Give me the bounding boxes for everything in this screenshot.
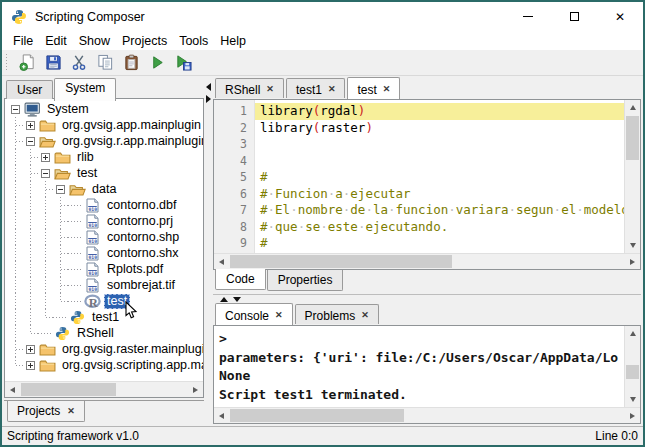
editor-code[interactable]: library(rgdal)library(raster)##·Funcion·… [255, 100, 624, 253]
collapse-left-icon[interactable] [206, 83, 211, 91]
menu-tools[interactable]: Tools [173, 32, 214, 50]
editor-hscrollbar-track[interactable] [229, 254, 625, 269]
collapse-icon[interactable] [26, 137, 35, 146]
scroll-down-button[interactable] [625, 238, 640, 253]
line-number: 3 [214, 136, 254, 153]
menu-file[interactable]: File [7, 32, 39, 50]
maximize-button[interactable] [551, 2, 597, 31]
close-button[interactable]: ✕ [597, 2, 643, 31]
editor-tab-test1[interactable]: test1✕ [286, 78, 346, 98]
tree-item-org-gvsig-app-mainplugin[interactable]: org.gvsig.app.mainplugin [5, 117, 203, 133]
scroll-up-button[interactable] [625, 326, 640, 341]
folder-closed-icon [53, 150, 71, 165]
code-line: # [260, 169, 624, 186]
expand-icon[interactable] [26, 121, 35, 130]
scroll-left-button[interactable] [5, 382, 20, 397]
run-file-button[interactable] [170, 52, 196, 74]
editor-tab-rshell[interactable]: RShell✕ [215, 78, 284, 98]
toolbar-grip[interactable] [5, 54, 9, 72]
projects-tab[interactable]: Projects ✕ [7, 401, 85, 422]
expand-icon[interactable] [26, 345, 35, 354]
collapse-icon[interactable] [56, 185, 65, 194]
tree-item-rshell[interactable]: RShell [5, 325, 203, 341]
close-tab-icon[interactable]: ✕ [266, 85, 274, 94]
tree-item-org-gvsig-raster-mainplugin[interactable]: org.gvsig.raster.mainplugin [5, 341, 203, 357]
new-script-button[interactable] [14, 52, 40, 74]
close-tab-icon[interactable]: ✕ [67, 407, 75, 416]
collapse-icon[interactable] [41, 169, 50, 178]
tree-item-test[interactable]: test [5, 165, 203, 181]
svg-text:010: 010 [88, 239, 97, 244]
run-button[interactable] [144, 52, 170, 74]
tab-system[interactable]: System [54, 78, 116, 101]
expand-icon[interactable] [26, 361, 35, 370]
scroll-up-button[interactable] [625, 100, 640, 115]
scroll-left-button[interactable] [214, 408, 229, 423]
scroll-right-button[interactable] [625, 254, 640, 269]
expand-icon[interactable] [41, 153, 50, 162]
scroll-down-button[interactable] [625, 392, 640, 407]
console-vscrollbar-track[interactable] [625, 341, 640, 392]
menu-help[interactable]: Help [214, 32, 252, 50]
menu-edit[interactable]: Edit [39, 32, 73, 50]
scroll-left-button[interactable] [214, 254, 229, 269]
console-vscrollbar[interactable] [624, 326, 640, 407]
close-tab-icon[interactable]: ✕ [361, 311, 369, 320]
editor-vscrollbar[interactable] [624, 100, 640, 253]
tree-item-label: test [74, 166, 100, 181]
menu-show[interactable]: Show [73, 32, 116, 50]
line-number: 7 [214, 202, 254, 219]
tree-item-contorno-prj[interactable]: 010contorno.prj [5, 213, 203, 229]
vertical-splitter[interactable] [204, 76, 213, 426]
minimize-button[interactable] [505, 2, 551, 31]
tree-hscrollbar[interactable] [5, 381, 203, 397]
console-vscrollbar-thumb[interactable] [626, 365, 639, 379]
paste-button[interactable] [118, 52, 144, 74]
run-icon [149, 54, 166, 71]
tab-code[interactable]: Code [215, 269, 266, 290]
scroll-right-button[interactable] [625, 408, 640, 423]
tree-item-contorno-shp[interactable]: 010contorno.shp [5, 229, 203, 245]
tree-item-org-gvsig-scripting-app-main[interactable]: org.gvsig.scripting.app.main [5, 357, 203, 373]
tab-user[interactable]: User [6, 80, 53, 99]
close-tab-icon[interactable]: ✕ [328, 85, 336, 94]
editor-hscrollbar[interactable] [214, 253, 640, 269]
collapse-icon[interactable] [11, 105, 20, 114]
tree-hscrollbar-track[interactable] [20, 382, 188, 397]
tree-item-data[interactable]: data [5, 181, 203, 197]
tree-item-system[interactable]: System [5, 101, 203, 117]
tree-item-label: org.gvsig.r.app.mainplugin [59, 134, 203, 149]
editor-vscrollbar-track[interactable] [625, 115, 640, 238]
collapse-up-icon[interactable] [220, 297, 228, 302]
console-tab-problems[interactable]: Problems✕ [295, 304, 379, 324]
collapse-down-icon[interactable] [233, 297, 241, 302]
close-tab-icon[interactable]: ✕ [275, 311, 283, 320]
editor-vscrollbar-thumb[interactable] [626, 116, 639, 160]
menu-projects[interactable]: Projects [116, 32, 173, 50]
console-tab-console[interactable]: Console✕ [215, 303, 293, 325]
tree-item-test1[interactable]: test1 [5, 309, 203, 325]
editor-tab-test[interactable]: test✕ [347, 77, 400, 99]
editor-hscrollbar-thumb[interactable] [230, 255, 452, 268]
tree-item-test[interactable]: Rtest [5, 293, 203, 309]
console-hscrollbar-track[interactable] [229, 408, 625, 423]
cut-button[interactable] [66, 52, 92, 74]
tree-item-rlib[interactable]: rlib [5, 149, 203, 165]
save-button[interactable] [40, 52, 66, 74]
copy-button[interactable] [92, 52, 118, 74]
tree-item-contorno-shx[interactable]: 010contorno.shx [5, 245, 203, 261]
tree-item-rplots-pdf[interactable]: 010Rplots.pdf [5, 261, 203, 277]
status-message: Scripting framework v1.0 [7, 429, 139, 443]
collapse-right-icon[interactable] [206, 95, 211, 103]
editor-tabs: RShell✕test1✕test✕ [213, 78, 641, 99]
tree-item-contorno-dbf[interactable]: 010contorno.dbf [5, 197, 203, 213]
console-output[interactable]: >parameters: {'uri': file:/C:/Users/Osca… [214, 326, 624, 407]
tree-item-sombrejat-tif[interactable]: 010sombrejat.tif [5, 277, 203, 293]
tree-hscrollbar-thumb[interactable] [21, 383, 116, 396]
console-hscrollbar-thumb[interactable] [230, 409, 404, 422]
close-tab-icon[interactable]: ✕ [383, 85, 391, 94]
scroll-right-button[interactable] [188, 382, 203, 397]
tab-properties[interactable]: Properties [267, 270, 344, 291]
console-hscrollbar[interactable] [214, 407, 640, 423]
tree-item-org-gvsig-r-app-mainplugin[interactable]: org.gvsig.r.app.mainplugin [5, 133, 203, 149]
